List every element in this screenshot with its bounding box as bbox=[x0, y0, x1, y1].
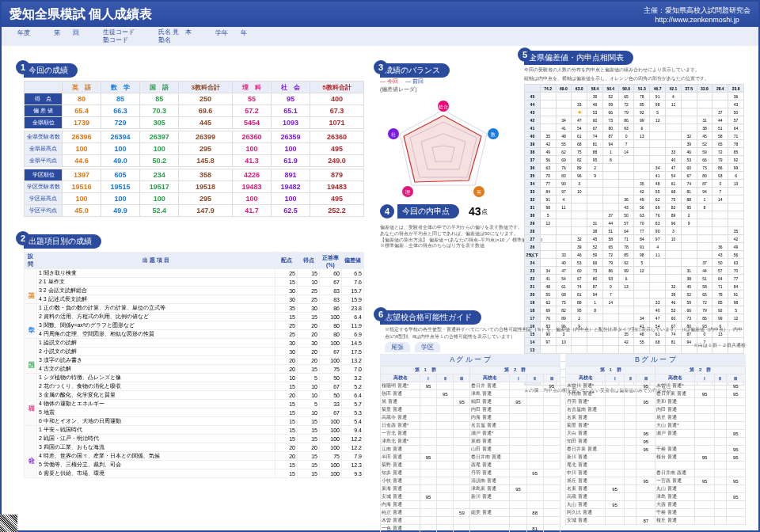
header-subtitle: 主催：愛知県高校入試問題研究会 http://www.zenkenmoshi.j… bbox=[644, 6, 750, 24]
tab-gakku: 学区 bbox=[415, 342, 440, 352]
badge-2-icon: 2 bbox=[16, 231, 30, 245]
svg-text:理: 理 bbox=[405, 190, 410, 195]
svg-marker-4 bbox=[404, 116, 481, 182]
panel5-title: 全県偏差値・内申点相関表 bbox=[524, 51, 633, 65]
panel6-sub: ※指定する学校の各生徒型・普通科すべてについての合格可能性判定（％）を、偏差値（… bbox=[385, 326, 746, 340]
tab-owari: 尾張 bbox=[385, 342, 410, 352]
radar-chart: 総合 数 英 理 社 bbox=[380, 98, 507, 209]
badge-3-icon: 3 bbox=[374, 60, 388, 74]
guide-groups: A グ ル ー プ第 1 群第 2 群高校名ⅠⅡⅢ高校名ⅠⅡⅢ桜陽明 普通*95… bbox=[380, 354, 746, 532]
naishin-value: 43 bbox=[469, 205, 481, 218]
qr-icon bbox=[0, 515, 17, 532]
radar-legend: ― 今回 ― 前回 (偏差値レーダ) bbox=[380, 78, 515, 93]
panel-guide: 6 志望校合格可能性ガイド ※指定する学校の各生徒型・普通科すべてについての合格… bbox=[380, 310, 746, 532]
panel2-title: 出題項目別の成績 bbox=[24, 234, 101, 249]
guide-tabs: 尾張 学区 ※白は１群・２群共通校 bbox=[385, 342, 746, 352]
main-title: 愛知全県模試 個人成績表 bbox=[10, 6, 152, 23]
svg-text:数: 数 bbox=[491, 132, 496, 137]
panel-scores: 1 今回の成績 英 語数 学国 語3教科合計理 科社 会5教科合計得 点8085… bbox=[24, 63, 364, 217]
panel6-title: 志望校合格可能性ガイド bbox=[380, 310, 481, 325]
badge-6-icon: 6 bbox=[374, 307, 388, 321]
svg-text:総合: 総合 bbox=[438, 104, 448, 109]
panel4-title: 今回の内申点 bbox=[397, 204, 459, 218]
panel3-title: 成績のバランス bbox=[380, 63, 450, 78]
svg-text:社: 社 bbox=[391, 132, 396, 137]
header-meta-row: 年度 第 回 生徒コード塾コード 氏名 見 本塾名 学年 年 bbox=[2, 27, 758, 46]
badge-1-icon: 1 bbox=[16, 60, 30, 74]
panel-naishin: 4 今回の内申点 43 点 bbox=[380, 204, 515, 218]
panel-items: 2 出題項目別の成績 設問出 題 項 目配点得点正答率(%)偏差値英語1 聞き取… bbox=[24, 234, 364, 478]
header: 愛知全県模試 個人成績表 主催：愛知県高校入試問題研究会 http://www.… bbox=[2, 2, 758, 27]
item-table: 設問出 題 項 目配点得点正答率(%)偏差値英語1 聞き取り検査2515606.… bbox=[24, 252, 364, 478]
panel-balance: 3 成績のバランス ― 今回 ― 前回 (偏差値レーダ) 総合 数 英 理 社 bbox=[380, 63, 515, 209]
score-table: 英 語数 学国 語3教科合計理 科社 会5教科合計得 点808585250559… bbox=[24, 81, 364, 217]
badge-5-icon: 5 bbox=[518, 48, 532, 62]
badge-4-icon: 4 bbox=[380, 204, 394, 218]
svg-text:英: 英 bbox=[477, 190, 481, 195]
panel1-title: 今回の成績 bbox=[24, 63, 78, 78]
